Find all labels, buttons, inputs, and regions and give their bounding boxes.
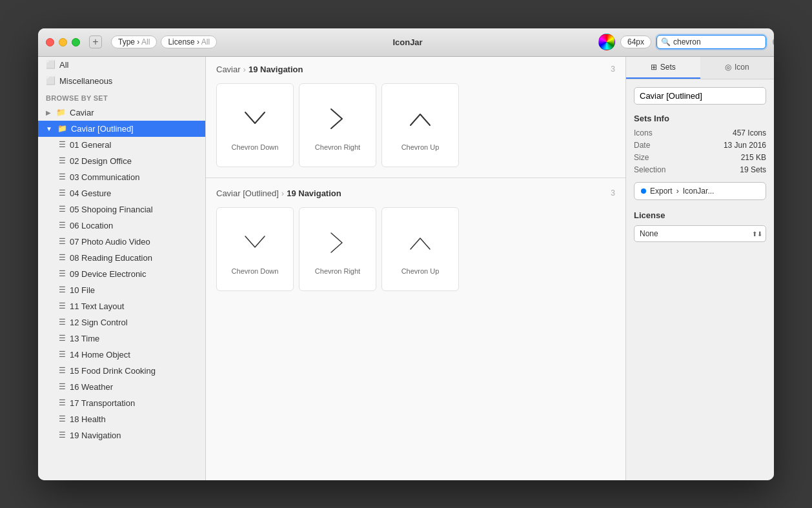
add-button[interactable]: + <box>89 36 102 48</box>
sidebar-item-10-file[interactable]: ☰ 10 File <box>38 282 205 298</box>
sidebar-item-13-time[interactable]: ☰ 13 Time <box>38 330 205 347</box>
sidebar: ⬜ All ⬜ Miscellaneous Browse by Set ▶ 📁 … <box>38 57 206 480</box>
zoom-button[interactable] <box>72 38 80 46</box>
content-area: Caviar › 19 Navigation 3 Chevron Down <box>206 57 625 480</box>
chevron-right-icon: ▶ <box>46 109 51 116</box>
sidebar-item-misc[interactable]: ⬜ Miscellaneous <box>38 73 205 89</box>
app-window: + Type › All License › All IconJar 64px … <box>38 28 774 480</box>
sidebar-item-09-device[interactable]: ☰ 09 Device Electronic <box>38 266 205 282</box>
search-input[interactable] <box>673 37 770 46</box>
size-display[interactable]: 64px <box>620 36 651 48</box>
sidebar-item-06-location[interactable]: ☰ 06 Location <box>38 218 205 234</box>
folder-icon: ⬜ <box>46 60 56 69</box>
folder-icon: ⬜ <box>46 76 56 85</box>
sidebar-item-05-shop[interactable]: ☰ 05 Shopoing Financial <box>38 201 205 218</box>
set-icon: ☰ <box>59 301 66 310</box>
section2-header: Caviar [Outlined] › 19 Navigation 3 <box>206 181 625 205</box>
info-label-date: Date <box>634 141 650 150</box>
icon-label: Chevron Down <box>232 267 279 275</box>
sidebar-item-04-gesture[interactable]: ☰ 04 Gesture <box>38 185 205 201</box>
close-button[interactable] <box>46 38 54 46</box>
breadcrumb-separator: › <box>243 65 246 74</box>
right-panel: ⊞ Sets ◎ Icon Sets Info Icons 457 Icons … <box>625 57 774 480</box>
icon-label: Chevron Right <box>315 143 360 151</box>
sidebar-item-15-food[interactable]: ☰ 15 Food Drink Cooking <box>38 363 205 379</box>
set-icon: ☰ <box>59 205 66 214</box>
tab-icon[interactable]: ◎ Icon <box>700 57 775 79</box>
icon-card-chevron-right-2[interactable]: Chevron Right <box>299 207 376 291</box>
folder-icon: 📁 <box>57 124 67 133</box>
sidebar-item-all[interactable]: ⬜ All <box>38 57 205 73</box>
sidebar-item-19-nav[interactable]: ☰ 19 Navigation <box>38 427 205 443</box>
sidebar-item-18-health[interactable]: ☰ 18 Health <box>38 411 205 427</box>
sidebar-item-14-home[interactable]: ☰ 14 Home Object <box>38 347 205 363</box>
set-icon: ☰ <box>59 269 66 278</box>
set-icon: ☰ <box>59 318 66 327</box>
tab-sets[interactable]: ⊞ Sets <box>626 57 700 79</box>
traffic-lights <box>46 38 80 46</box>
export-button[interactable]: Export › IconJar... <box>634 182 766 200</box>
sidebar-item-12-sign[interactable]: ☰ 12 Sign Control <box>38 314 205 330</box>
license-title: License <box>634 210 766 220</box>
chevron-down-icon: ▼ <box>46 125 52 132</box>
icon-preview <box>236 99 274 138</box>
search-box[interactable]: 🔍 ✕ <box>656 35 766 49</box>
titlebar-right: 64px 🔍 ✕ <box>598 34 766 50</box>
icon-preview <box>236 223 274 262</box>
icon-card-chevron-down-2[interactable]: Chevron Down <box>216 207 294 291</box>
info-label-size: Size <box>634 153 649 162</box>
sidebar-item-16-weather[interactable]: ☰ 16 Weather <box>38 379 205 395</box>
search-clear-button[interactable]: ✕ <box>773 37 774 46</box>
icon-preview <box>318 99 357 138</box>
section1-header: Caviar › 19 Navigation 3 <box>206 57 625 81</box>
set-icon: ☰ <box>59 253 66 262</box>
icon-preview <box>401 99 440 138</box>
color-wheel-button[interactable] <box>598 34 615 50</box>
sidebar-item-03-comm[interactable]: ☰ 03 Communication <box>38 169 205 185</box>
minimize-button[interactable] <box>59 38 67 46</box>
panel-content: Sets Info Icons 457 Icons Date 13 Jun 20… <box>626 79 774 480</box>
icon-card-chevron-down-1[interactable]: Chevron Down <box>216 83 294 167</box>
info-row-icons: Icons 457 Icons <box>634 128 766 137</box>
set-name-input[interactable] <box>634 87 766 105</box>
section2-breadcrumb: Caviar [Outlined] › 19 Navigation <box>216 188 341 198</box>
set-icon: ☰ <box>59 350 66 359</box>
sidebar-item-07-photo[interactable]: ☰ 07 Photo Audio Video <box>38 234 205 250</box>
sidebar-item-17-transport[interactable]: ☰ 17 Transportation <box>38 395 205 411</box>
set-icon: ☰ <box>59 431 66 440</box>
icon-card-chevron-up-2[interactable]: Chevron Up <box>381 207 459 291</box>
sidebar-item-caviar-outlined[interactable]: ▼ 📁 Caviar [Outlined] <box>38 121 205 137</box>
set-icon: ☰ <box>59 366 66 375</box>
sidebar-item-caviar[interactable]: ▶ 📁 Caviar <box>38 105 205 121</box>
info-row-size: Size 215 KB <box>634 153 766 162</box>
sidebar-item-11-text[interactable]: ☰ 11 Text Layout <box>38 298 205 314</box>
section1-icon-grid: Chevron Down Chevron Right <box>206 81 625 178</box>
sidebar-item-08-reading[interactable]: ☰ 08 Reading Education <box>38 250 205 266</box>
titlebar: + Type › All License › All IconJar 64px … <box>38 28 774 57</box>
type-filter[interactable]: Type › All <box>111 36 157 48</box>
license-filter[interactable]: License › All <box>161 36 217 48</box>
info-row-selection: Selection 19 Sets <box>634 165 766 174</box>
folder-icon: 📁 <box>56 108 66 117</box>
sidebar-item-02-design[interactable]: ☰ 02 Design Office <box>38 153 205 169</box>
section2-icon-grid: Chevron Down Chevron Right <box>206 205 625 301</box>
info-row-date: Date 13 Jun 2016 <box>634 141 766 150</box>
icon-preview <box>318 223 357 262</box>
sets-icon: ⊞ <box>651 63 657 72</box>
license-select[interactable]: None <box>634 225 766 242</box>
icon-label: Chevron Up <box>401 143 440 151</box>
sidebar-item-01-general[interactable]: ☰ 01 General <box>38 137 205 153</box>
set-icon: ☰ <box>59 140 66 149</box>
sidebar-section-label: Browse by Set <box>38 89 205 105</box>
icon-card-chevron-right-1[interactable]: Chevron Right <box>299 83 376 167</box>
set-icon: ☰ <box>59 237 66 246</box>
set-icon: ☰ <box>59 334 66 343</box>
window-title: IconJar <box>222 37 593 47</box>
main-layout: ⬜ All ⬜ Miscellaneous Browse by Set ▶ 📁 … <box>38 57 774 480</box>
set-icon: ☰ <box>59 156 66 165</box>
icon-label: Chevron Down <box>232 143 279 151</box>
icon-card-chevron-up-1[interactable]: Chevron Up <box>381 83 459 167</box>
panel-tabs: ⊞ Sets ◎ Icon <box>626 57 774 79</box>
info-label-icons: Icons <box>634 128 653 137</box>
sets-info-title: Sets Info <box>634 114 766 123</box>
